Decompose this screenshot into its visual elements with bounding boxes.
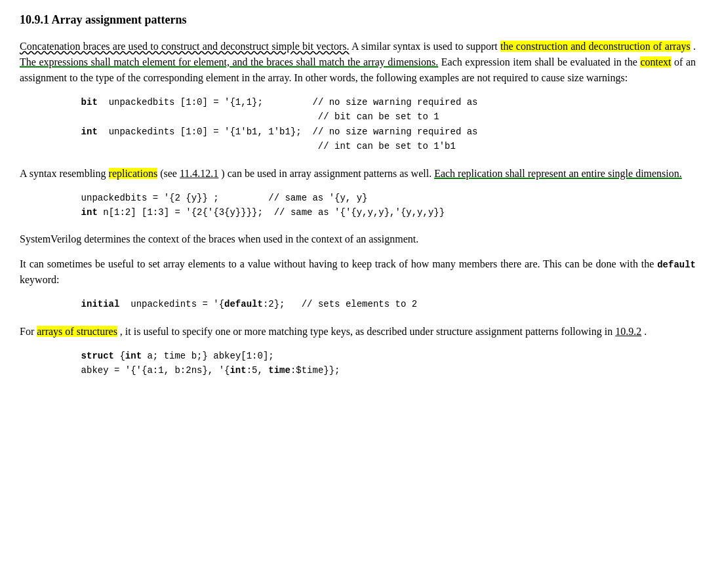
code-line-1-4: // int can be set to 1'b1 — [59, 139, 696, 153]
code-block-2: unpackedbits = '{2 {y}} ; // same as '{y… — [59, 191, 696, 220]
paragraph-4: It can sometimes be useful to set array … — [20, 256, 696, 288]
code-line-1-2: // bit can be set to 1 — [59, 109, 696, 124]
code-line-4-2: abkey = '{'{a:1, b:2ns}, '{int:5, time:$… — [59, 363, 696, 378]
para5-for: For — [20, 326, 37, 337]
para5-end: . — [644, 326, 647, 337]
code-line-1-3: int unpackedints [1:0] = '{1'b1, 1'b1}; … — [59, 125, 696, 139]
para2-before: A syntax resembling — [20, 168, 109, 179]
para1-highlight-context: context — [640, 56, 671, 68]
para3-text: SystemVerilog determines the context of … — [20, 233, 418, 245]
para4-before: It can sometimes be useful to set array … — [20, 258, 657, 269]
para2-link-11-4-12-1[interactable]: 11.4.12.1 — [180, 168, 218, 179]
para5-link-10-9-2[interactable]: 10.9.2 — [615, 326, 641, 337]
para1-highlight-arrays: the construction and deconstruction of a… — [500, 41, 691, 52]
code-block-3: initial unpackedints = '{default:2}; // … — [59, 297, 696, 311]
code-line-3-1: initial unpackedints = '{default:2}; // … — [59, 297, 696, 311]
para1-underline-expressions: The expressions shall match element for … — [20, 56, 438, 68]
para1-dot: . — [693, 41, 696, 52]
code-line-2-2: int n[1:2] [1:3] = '{2{'{3{y}}}}; // sam… — [59, 205, 696, 220]
para2-highlight-replications: replications — [109, 168, 158, 179]
para2-underline-replication: Each replication shall represent an enti… — [434, 168, 682, 179]
para5-highlight-arrays-of-structures: arrays of structures — [37, 326, 117, 337]
paragraph-3: SystemVerilog determines the context of … — [20, 231, 696, 247]
section-title: 10.9.1 Array assignment patterns — [20, 13, 696, 27]
para1-similar-text: A similar syntax is used to support — [351, 41, 500, 52]
para4-default-keyword: default — [657, 260, 696, 270]
para5-after: , it is useful to specify one or more ma… — [120, 326, 615, 337]
para4-after: keyword: — [20, 274, 59, 285]
code-line-1-1: bit unpackedbits [1:0] = '{1,1}; // no s… — [59, 95, 696, 109]
paragraph-5: For arrays of structures , it is useful … — [20, 324, 696, 340]
para2-after: ) can be used in array assignment patter… — [221, 168, 434, 179]
code-block-1: bit unpackedbits [1:0] = '{1,1}; // no s… — [59, 95, 696, 154]
code-line-2-1: unpackedbits = '{2 {y}} ; // same as '{y… — [59, 191, 696, 205]
paragraph-2: A syntax resembling replications (see 11… — [20, 166, 696, 182]
para1-bit-vectors-text: Concatenation braces are used to constru… — [20, 41, 349, 52]
code-line-4-1: struct {int a; time b;} abkey[1:0]; — [59, 349, 696, 363]
paragraph-1: Concatenation braces are used to constru… — [20, 39, 696, 86]
code-block-4: struct {int a; time b;} abkey[1:0]; abke… — [59, 349, 696, 378]
para2-see: (see — [160, 168, 180, 179]
para1-each-expression: Each expression item shall be evaluated … — [441, 56, 641, 68]
